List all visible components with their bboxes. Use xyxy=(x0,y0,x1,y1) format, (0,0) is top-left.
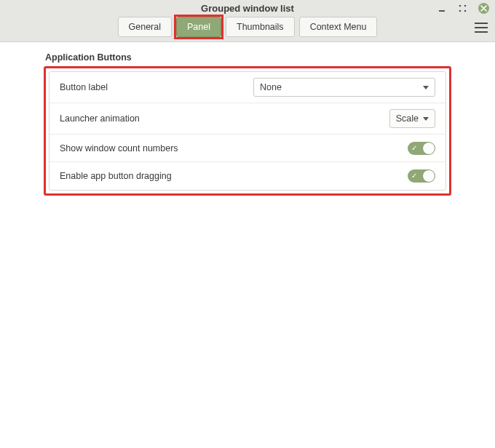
maximize-button[interactable] xyxy=(457,3,468,14)
launcher-animation-dropdown[interactable]: Scale xyxy=(389,109,435,128)
row-show-window-count: Show window count numbers ✓ xyxy=(50,135,446,162)
tab-label: Panel xyxy=(187,22,210,32)
tab-label: General xyxy=(129,22,161,32)
svg-rect-0 xyxy=(439,10,445,12)
row-label: Show window count numbers xyxy=(60,143,178,153)
window-title: Grouped window list xyxy=(0,3,495,14)
check-icon: ✓ xyxy=(411,172,417,180)
svg-point-2 xyxy=(464,5,467,7)
row-enable-dragging: Enable app button dragging ✓ xyxy=(50,162,446,190)
tabs: General Panel Thumbnails Context Menu xyxy=(0,17,495,37)
svg-point-3 xyxy=(459,10,462,12)
tab-context-menu[interactable]: Context Menu xyxy=(299,17,378,37)
close-button[interactable] xyxy=(478,3,489,14)
tab-thumbnails[interactable]: Thumbnails xyxy=(226,17,295,37)
minimize-button[interactable] xyxy=(436,3,447,14)
window-controls xyxy=(436,3,489,14)
hamburger-menu-icon[interactable] xyxy=(475,23,488,33)
button-label-dropdown[interactable]: None xyxy=(253,78,435,97)
row-label: Button label xyxy=(60,82,108,92)
content-area: Application Buttons Button label None La… xyxy=(0,42,495,448)
row-launcher-animation: Launcher animation Scale xyxy=(50,103,446,135)
show-window-count-toggle[interactable]: ✓ xyxy=(408,142,435,155)
row-label: Enable app button dragging xyxy=(60,171,172,181)
toggle-knob xyxy=(423,170,435,182)
row-button-label: Button label None xyxy=(50,72,446,103)
dropdown-value: None xyxy=(260,82,282,92)
section-title: Application Buttons xyxy=(45,52,451,63)
chevron-down-icon xyxy=(423,86,429,89)
check-icon: ✓ xyxy=(411,145,417,152)
dropdown-value: Scale xyxy=(396,113,419,124)
enable-dragging-toggle[interactable]: ✓ xyxy=(408,169,435,183)
highlight-frame: Button label None Launcher animation Sca… xyxy=(44,66,451,196)
tab-label: Thumbnails xyxy=(237,22,284,32)
toggle-knob xyxy=(423,143,435,154)
chevron-down-icon xyxy=(423,117,429,121)
tab-label: Context Menu xyxy=(310,22,367,32)
svg-point-1 xyxy=(459,5,462,7)
tab-panel[interactable]: Panel xyxy=(176,17,221,37)
row-label: Launcher animation xyxy=(60,113,140,124)
settings-panel: Button label None Launcher animation Sca… xyxy=(49,71,446,191)
titlebar: Grouped window list General xyxy=(0,0,495,42)
tab-general[interactable]: General xyxy=(118,17,172,37)
svg-point-4 xyxy=(464,10,467,12)
settings-window: Grouped window list General xyxy=(0,0,495,448)
